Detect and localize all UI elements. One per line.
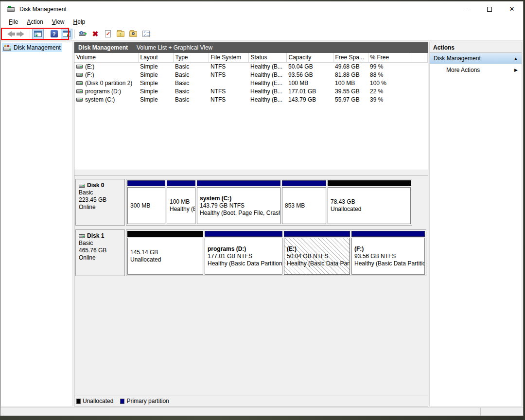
menu-action[interactable]: Action — [22, 18, 47, 26]
tree-item-disk-management[interactable]: Disk Management — [2, 43, 62, 52]
more-actions-label: More Actions — [446, 67, 480, 73]
partition-status: Healthy (Basic Data Partition — [208, 260, 282, 267]
partition-size: 78.43 GB — [331, 198, 410, 206]
partition-disk0-unallocated[interactable]: 78.43 GB Unallocated — [328, 180, 411, 224]
partition-disk0-recovery[interactable]: 300 MB — [127, 180, 165, 224]
column-volume[interactable]: Volume — [74, 53, 138, 62]
cell-type: Basic — [173, 88, 209, 96]
disk-status: Online — [79, 254, 124, 262]
minimize-button[interactable] — [456, 1, 478, 17]
cell-layout: Simple — [138, 96, 173, 104]
disk-name: Disk 0 — [87, 182, 104, 189]
volume-row-system-c[interactable]: system (C:) Simple Basic NTFS Healthy (B… — [74, 96, 428, 104]
delete-button[interactable]: ✖ — [89, 29, 101, 39]
menu-help[interactable]: Help — [69, 18, 90, 26]
partition-size: 50.04 GB NTFS — [287, 253, 350, 260]
folder-up-button[interactable]: ↑ — [115, 29, 126, 39]
cell-percent-free: 100 % — [368, 79, 412, 88]
volume-row-disk0-partition2[interactable]: (Disk 0 partition 2) Simple Basic Health… — [74, 79, 428, 88]
partition-header — [351, 231, 425, 237]
folder-search-button[interactable] — [127, 29, 139, 39]
menu-file[interactable]: File — [4, 18, 22, 26]
column-free-space[interactable]: Free Spa... — [333, 53, 368, 62]
partition-disk0-853mb[interactable]: 853 MB — [282, 180, 326, 224]
column-type[interactable]: Type — [173, 53, 209, 62]
forward-button[interactable] — [16, 29, 28, 39]
column-blank — [412, 53, 428, 62]
collapse-icon[interactable]: ▲ — [514, 56, 518, 61]
list-properties-button[interactable] — [140, 29, 152, 39]
toolbar-separator — [30, 30, 30, 38]
partition-disk1-unallocated[interactable]: 145.14 GB Unallocated — [127, 231, 203, 275]
status-bar — [0, 407, 523, 416]
more-actions-item[interactable]: More Actions ▶ — [430, 64, 522, 75]
cell-file-system: NTFS — [209, 96, 248, 104]
partition-disk0-system-c[interactable]: system (C:) 143.79 GB NTFS Healthy (Boot… — [197, 180, 280, 224]
back-button[interactable] — [3, 29, 15, 39]
column-layout[interactable]: Layout — [138, 53, 173, 62]
column-status[interactable]: Status — [248, 53, 286, 62]
cell-free-space: 55.97 GB — [333, 96, 368, 104]
partition-size: 145.14 GB — [130, 249, 203, 256]
folder-up-icon: ↑ — [117, 31, 124, 37]
legend-label: Primary partition — [126, 398, 169, 404]
rescan-disks-button[interactable] — [77, 29, 88, 39]
partition-status: Unallocated — [130, 256, 203, 263]
partition-size: 853 MB — [285, 202, 326, 210]
volume-row-programs-d[interactable]: programs (D:) Simple Basic NTFS Healthy … — [74, 88, 428, 96]
horizontal-scrollbar[interactable] — [74, 170, 428, 176]
volume-icon — [76, 98, 83, 102]
partition-header — [282, 180, 326, 186]
column-capacity[interactable]: Capacity — [286, 53, 333, 62]
column-file-system[interactable]: File System — [209, 53, 248, 62]
partition-size: 93.56 GB NTFS — [354, 253, 424, 260]
cell-capacity: 177.01 GB — [286, 88, 333, 96]
actions-group-disk-management[interactable]: Disk Management ▲ — [430, 53, 522, 64]
delete-icon: ✖ — [92, 30, 99, 37]
cell-percent-free: 99 % — [368, 62, 412, 71]
partition-header — [167, 180, 195, 186]
partition-name: (E:) — [287, 245, 350, 253]
cell-percent-free: 88 % — [368, 71, 412, 79]
toolbar: ? ✖ ↑ — [0, 27, 523, 41]
maximize-button[interactable] — [478, 1, 501, 17]
show-console-tree-button[interactable] — [32, 29, 44, 39]
partition-disk1-e-selected[interactable]: (E:) 50.04 GB NTFS Healthy (Basic Data P… — [284, 231, 350, 275]
volume-icon — [76, 65, 83, 69]
console-tree-pane: Disk Management — [0, 42, 73, 406]
actions-header: Actions — [430, 42, 522, 53]
disk1-label[interactable]: Disk 1 Basic 465.76 GB Online — [75, 229, 125, 276]
cell-type: Basic — [173, 71, 209, 79]
disk0-partitions: 300 MB 100 MB Healthy (E — [126, 179, 412, 226]
cell-free-space: 39.55 GB — [333, 88, 368, 96]
status-bar-grip — [480, 408, 523, 416]
close-button[interactable]: ✕ — [501, 1, 523, 17]
menu-view[interactable]: View — [48, 18, 69, 26]
check-properties-button[interactable] — [102, 29, 114, 39]
partition-disk0-efi[interactable]: 100 MB Healthy (E — [167, 180, 195, 224]
show-console-tree-icon — [34, 31, 42, 37]
toolbar-separator — [46, 30, 46, 38]
volume-name: system (C:) — [85, 96, 115, 103]
cell-file-system: NTFS — [209, 62, 248, 71]
help-button[interactable]: ? — [48, 29, 60, 39]
disk-status: Online — [79, 204, 124, 211]
volume-list: Volume Layout Type File System Status Ca… — [74, 53, 428, 170]
volume-icon — [76, 89, 83, 93]
partition-disk1-programs-d[interactable]: programs (D:) 177.01 GB NTFS Healthy (Ba… — [205, 231, 282, 275]
volume-row-f[interactable]: (F:) Simple Basic NTFS Healthy (B... 93.… — [74, 71, 428, 79]
unallocated-swatch — [76, 399, 81, 404]
disk0-label[interactable]: Disk 0 Basic 223.45 GB Online — [75, 179, 125, 226]
show-action-pane-button[interactable] — [61, 29, 72, 39]
volume-row-e[interactable]: (E:) Simple Basic NTFS Healthy (B... 50.… — [74, 62, 428, 71]
show-action-pane-icon — [63, 31, 70, 37]
partition-disk1-f[interactable]: (F:) 93.56 GB NTFS Healthy (Basic Data P… — [351, 231, 425, 275]
cell-file-system: NTFS — [209, 71, 248, 79]
cell-layout: Simple — [138, 62, 173, 71]
partition-header — [205, 231, 282, 237]
close-icon: ✕ — [509, 6, 515, 12]
content-area: Disk Management Disk Management Volume L… — [0, 41, 523, 407]
app-icon — [7, 6, 16, 13]
column-percent-free[interactable]: % Free — [368, 53, 412, 62]
actions-group-label: Disk Management — [434, 55, 481, 62]
